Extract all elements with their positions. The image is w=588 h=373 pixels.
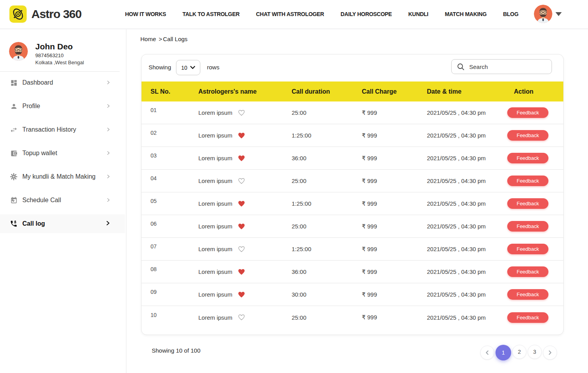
logo-icon — [9, 5, 27, 23]
cell-action: Feedback — [505, 289, 564, 300]
heart-outline-icon[interactable] — [238, 178, 245, 184]
user-location: Kolkata ,West Bengal — [35, 60, 84, 65]
feedback-button[interactable]: Feedback — [507, 176, 548, 186]
table-row: 04 Lorem ipsum 25:00 ₹ 999 2021/05/25 , … — [142, 170, 563, 192]
cell-sl-no: 03 — [142, 155, 189, 161]
pagination-next-button[interactable] — [543, 346, 557, 360]
column-header-sl-no-: SL No. — [142, 88, 189, 95]
cell-call-duration: 1:25:00 — [283, 200, 353, 207]
pagination-prev-button[interactable] — [480, 346, 494, 360]
cell-sl-no: 01 — [142, 109, 189, 116]
pagination-page-3[interactable]: 3 — [528, 345, 542, 359]
heart-filled-icon[interactable] — [238, 132, 245, 139]
table-row: 05 Lorem ipsum 1:25:00 ₹ 999 2021/05/25 … — [142, 192, 563, 215]
sidebar-item-dashboard[interactable]: Dashboard — [0, 71, 125, 94]
breadcrumb-home[interactable]: Home — [140, 36, 156, 42]
chevron-left-icon — [485, 350, 490, 355]
cell-call-charge: ₹ 999 — [353, 291, 418, 298]
sidebar-menu: Dashboard Profile Transaction History To… — [0, 71, 125, 235]
table-header: SL No.Astrologers's nameCall durationCal… — [142, 81, 563, 101]
pagination-page-2[interactable]: 2 — [512, 345, 526, 359]
chevron-right-icon — [106, 173, 111, 180]
cell-astrologer-name: Lorem ipsum — [189, 109, 283, 116]
table-row: 01 Lorem ipsum 25:00 ₹ 999 2021/05/25 , … — [142, 101, 563, 124]
logo[interactable]: Astro 360 — [9, 5, 82, 23]
avatar — [9, 42, 28, 61]
cell-call-duration: 25:00 — [283, 223, 353, 230]
table-row: 03 Lorem ipsum 36:00 ₹ 999 2021/05/25 , … — [142, 147, 563, 170]
cell-call-charge: ₹ 999 — [353, 200, 418, 207]
feedback-button[interactable]: Feedback — [507, 153, 548, 163]
feedback-button[interactable]: Feedback — [507, 289, 548, 300]
astrologer-name: Lorem ipsum — [198, 200, 232, 207]
feedback-button[interactable]: Feedback — [507, 312, 548, 323]
nav-talk-to-astrolger[interactable]: TALK TO ASTROLGER — [183, 11, 240, 17]
heart-outline-icon[interactable] — [238, 110, 245, 116]
cell-astrologer-name: Lorem ipsum — [189, 177, 283, 184]
cell-date-time: 2021/05/25 , 04:30 pm — [418, 246, 505, 252]
feedback-button[interactable]: Feedback — [507, 244, 548, 254]
nav-match-making[interactable]: MATCH MAKING — [445, 11, 487, 17]
sidebar-item-label: Topup wallet — [22, 150, 57, 157]
rows-per-page-select[interactable]: 10 — [176, 60, 200, 75]
feedback-button[interactable]: Feedback — [507, 107, 548, 118]
feedback-button[interactable]: Feedback — [507, 221, 548, 232]
search-input[interactable] — [469, 63, 540, 70]
heart-outline-icon[interactable] — [238, 246, 245, 252]
feedback-button[interactable]: Feedback — [507, 198, 548, 209]
sidebar-item-profile[interactable]: Profile — [0, 94, 125, 118]
user-card: John Deo 9874563210 Kolkata ,West Bengal — [9, 42, 84, 65]
feedback-button[interactable]: Feedback — [507, 266, 548, 277]
search-box — [451, 59, 552, 74]
chevron-right-icon — [105, 220, 111, 227]
heart-filled-icon[interactable] — [238, 292, 245, 298]
chevron-down-icon[interactable] — [555, 12, 562, 16]
table-row: 06 Lorem ipsum 25:00 ₹ 999 2021/05/25 , … — [142, 215, 563, 238]
main-content: Home>Call Logs Showing 10 rows SL No.Ast… — [126, 28, 588, 373]
cell-call-duration: 25:00 — [283, 314, 353, 321]
cell-call-duration: 25:00 — [283, 109, 353, 116]
heart-filled-icon[interactable] — [238, 269, 245, 275]
astrologer-name: Lorem ipsum — [198, 177, 232, 184]
cell-date-time: 2021/05/25 , 04:30 pm — [418, 132, 505, 139]
cell-sl-no: 02 — [142, 132, 189, 139]
cell-call-charge: ₹ 999 — [353, 223, 418, 230]
cell-call-charge: ₹ 999 — [353, 268, 418, 275]
sidebar-item-schedule-call[interactable]: Schedule Call — [0, 188, 125, 212]
table-body: 01 Lorem ipsum 25:00 ₹ 999 2021/05/25 , … — [142, 101, 563, 335]
user-phone: 9874563210 — [35, 53, 84, 58]
showing-label: Showing — [149, 64, 171, 71]
cell-date-time: 2021/05/25 , 04:30 pm — [418, 223, 505, 230]
heart-filled-icon[interactable] — [238, 155, 245, 161]
heart-filled-icon[interactable] — [238, 201, 245, 207]
call-logs-card: Showing 10 rows SL No.Astrologers's name… — [141, 54, 564, 335]
nav-blog[interactable]: BLOG — [503, 11, 518, 17]
table-row: 10 Lorem ipsum 25:00 ₹ 999 2021/05/25 , … — [142, 306, 563, 335]
transaction-history-icon — [10, 126, 18, 134]
column-header-call-duration: Call duration — [283, 88, 353, 95]
top-header: Astro 360 HOW IT WORKSTALK TO ASTROLGERC… — [0, 0, 588, 28]
astrologer-name: Lorem ipsum — [198, 314, 232, 321]
sidebar-item-my-kundli-match-making[interactable]: My kundli & Match Making — [0, 165, 125, 188]
profile-icon — [10, 102, 18, 110]
cell-call-duration: 25:00 — [283, 177, 353, 184]
pagination-page-1[interactable]: 1 — [495, 345, 511, 360]
heart-outline-icon[interactable] — [238, 314, 245, 320]
nav-kundli[interactable]: KUNDLI — [408, 11, 428, 17]
heart-filled-icon[interactable] — [238, 223, 245, 230]
cell-date-time: 2021/05/25 , 04:30 pm — [418, 177, 505, 184]
nav-chat-with-astrologer[interactable]: CHAT WITH ASTROLOGER — [256, 11, 324, 17]
feedback-button[interactable]: Feedback — [507, 130, 548, 141]
cell-call-charge: ₹ 999 — [353, 314, 418, 321]
chevron-right-icon — [548, 350, 552, 355]
sidebar-item-transaction-history[interactable]: Transaction History — [0, 118, 125, 141]
cell-date-time: 2021/05/25 , 04:30 pm — [418, 109, 505, 116]
astrologer-name: Lorem ipsum — [198, 155, 232, 161]
sidebar-item-call-log[interactable]: Call log — [0, 214, 125, 233]
nav-daily-horoscope[interactable]: DAILY HOROSCOPE — [341, 11, 392, 17]
header-avatar[interactable] — [534, 5, 552, 23]
nav-how-it-works[interactable]: HOW IT WORKS — [125, 11, 166, 17]
cell-action: Feedback — [505, 176, 564, 186]
sidebar-item-topup-wallet[interactable]: Topup wallet — [0, 141, 125, 165]
table-row: 08 Lorem ipsum 36:00 ₹ 999 2021/05/25 , … — [142, 261, 563, 283]
